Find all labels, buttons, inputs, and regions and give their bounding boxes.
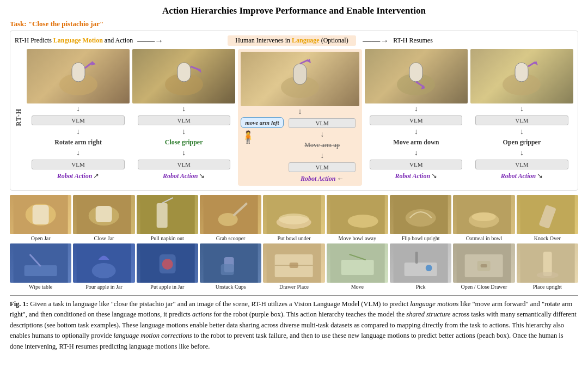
grid-label-oatmeal: Oatmeal in bowl xyxy=(466,235,503,241)
grid-img-move xyxy=(327,243,388,283)
panel-2-vlm-top: VLM xyxy=(138,115,230,125)
grid-img-grab-scooper xyxy=(200,195,261,234)
panel-3-intervene: ↓ move arm left 🧍 VLM ↓ xyxy=(238,49,362,186)
grid-item-move-bowl: Move bowl away xyxy=(327,195,388,241)
grid-img-unstack-cups xyxy=(200,243,261,283)
svg-line-6 xyxy=(191,66,199,70)
grid-label-pick: Pick xyxy=(416,284,426,290)
panel-2-arrow-2: ↓ xyxy=(182,127,186,136)
panel-1-scene-svg xyxy=(57,54,100,98)
panel-4-robot-action-row: Robot Action ↘ xyxy=(395,172,438,180)
grid-img-knock-over-svg xyxy=(517,195,578,234)
panel-4-vlm-bottom: VLM xyxy=(370,160,462,169)
grid-img-move-bowl-svg xyxy=(327,195,388,234)
grid-item-knock-over: Knock Over xyxy=(517,195,578,241)
svg-rect-22 xyxy=(33,205,49,224)
panel-1-image xyxy=(27,49,130,103)
caption-italic-3: shared structure xyxy=(406,310,450,318)
svg-point-34 xyxy=(279,214,309,224)
grid-img-wipe-table-svg xyxy=(10,243,71,283)
grid-item-grab-scooper: Grab scooper xyxy=(200,195,261,241)
grid-img-drawer-place xyxy=(263,243,324,283)
svg-marker-19 xyxy=(534,61,538,65)
svg-rect-27 xyxy=(156,203,167,228)
image-grid-row-1: Open Jar Close Jar xyxy=(10,195,578,241)
col-label-left-orange: Language Motion xyxy=(53,36,103,44)
svg-rect-9 xyxy=(293,64,307,84)
grid-img-move-bowl xyxy=(327,195,388,234)
panel-3-robot-arrow: ← xyxy=(336,174,344,183)
panel-1-arrow-2: ↓ xyxy=(76,127,80,136)
grid-img-flip-bowl-svg xyxy=(390,195,451,234)
grid-label-wipe-table: Wipe table xyxy=(29,284,52,290)
grid-img-grab-scooper-svg xyxy=(200,195,261,234)
grid-img-oatmeal xyxy=(453,195,514,234)
svg-rect-13 xyxy=(409,63,422,82)
col-label-middle: Human Intervenes in Language (Optional) xyxy=(228,35,357,46)
panel-4-arrow-1: ↓ xyxy=(414,105,418,113)
grid-img-open-close-drawer-svg xyxy=(453,243,514,283)
speech-bubble: move arm left xyxy=(241,117,283,128)
grid-img-pull-napkin-svg xyxy=(137,195,198,234)
grid-item-open-jar: Open Jar xyxy=(10,195,71,241)
panel-5-image xyxy=(470,49,573,103)
panel-3-image xyxy=(241,52,359,106)
grid-item-pull-napkin: Pull napkin out xyxy=(137,195,198,241)
caption-italic-4: language motion corrections xyxy=(114,332,192,339)
panel-3-arrow-3: ↓ xyxy=(320,151,324,160)
grid-img-put-apple-svg xyxy=(137,243,198,283)
panel-2-arrow-3: ↓ xyxy=(182,149,186,157)
svg-point-51 xyxy=(162,259,173,270)
fig-label: Fig. 1: xyxy=(10,300,28,308)
svg-rect-5 xyxy=(177,63,191,82)
grid-item-flip-bowl: Flip bowl upright xyxy=(390,195,451,241)
caption-italic-2: actions xyxy=(192,310,212,318)
grid-img-pour-apple xyxy=(73,243,134,283)
svg-rect-58 xyxy=(290,263,298,268)
main-title: Action Hierarchies Improve Performance a… xyxy=(10,5,578,16)
panel-2-action: Close gripper xyxy=(165,138,203,147)
panel-1-vlm-bottom: VLM xyxy=(32,160,124,169)
grid-label-move-bowl: Move bowl away xyxy=(339,235,376,241)
panel-5-arrow-1: ↓ xyxy=(520,105,524,113)
grid-img-drawer-place-svg xyxy=(263,243,324,283)
grid-item-oatmeal: Oatmeal in bowl xyxy=(453,195,514,241)
panel-4-robot-action-label: Robot Action xyxy=(395,172,431,180)
grid-item-pick: Pick xyxy=(390,243,451,290)
panel-4-arrow-2: ↓ xyxy=(414,127,418,136)
panel-5-scene-svg xyxy=(500,54,543,98)
grid-label-place-upright: Place upright xyxy=(533,284,562,290)
grid-item-move: Move xyxy=(327,243,388,290)
grid-label-put-apple: Put apple in Jar xyxy=(150,284,184,290)
grid-img-open-jar xyxy=(10,195,71,234)
grid-img-knock-over xyxy=(517,195,578,234)
panel-3-robot-action-label: Robot Action xyxy=(301,175,336,183)
grid-img-move-svg xyxy=(327,243,388,283)
grid-label-unstack-cups: Unstack Cups xyxy=(216,284,246,290)
svg-point-48 xyxy=(92,263,116,278)
svg-point-41 xyxy=(472,212,496,221)
grid-img-put-bowl-svg xyxy=(263,195,324,234)
diagram-section: RT-H Predicts Language Motion and Action… xyxy=(10,31,578,191)
grid-label-move: Move xyxy=(351,284,364,290)
col-label-middle-orange: Language xyxy=(292,36,320,44)
svg-rect-60 xyxy=(341,260,373,275)
panel-1-vlm-top: VLM xyxy=(32,115,124,125)
grid-label-close-jar: Close Jar xyxy=(94,235,114,241)
panel-2-scene-svg xyxy=(162,54,206,98)
grid-img-pour-apple-svg xyxy=(73,243,134,283)
panel-4-image xyxy=(365,49,468,103)
grid-label-open-jar: Open Jar xyxy=(31,235,51,241)
panel-5-vlm-bottom: VLM xyxy=(475,160,568,169)
panel-2: ↓ VLM ↓ Close gripper ↓ VLM Robot Action… xyxy=(132,49,235,180)
panel-5-vlm-top: VLM xyxy=(475,115,568,125)
grid-item-place-upright: Place upright xyxy=(517,243,578,290)
svg-rect-69 xyxy=(481,264,487,267)
image-grid-row-2: Wipe table Pour apple in Jar xyxy=(10,243,578,290)
panel-3-arrow-2: ↓ xyxy=(320,130,324,139)
grid-label-open-close-drawer: Open / Close Drawer xyxy=(461,284,507,290)
grid-label-drawer-place: Drawer Place xyxy=(279,284,309,290)
grid-img-put-bowl xyxy=(263,195,324,234)
svg-rect-64 xyxy=(415,252,418,264)
panel-4-robot-arrow: ↘ xyxy=(431,172,437,180)
